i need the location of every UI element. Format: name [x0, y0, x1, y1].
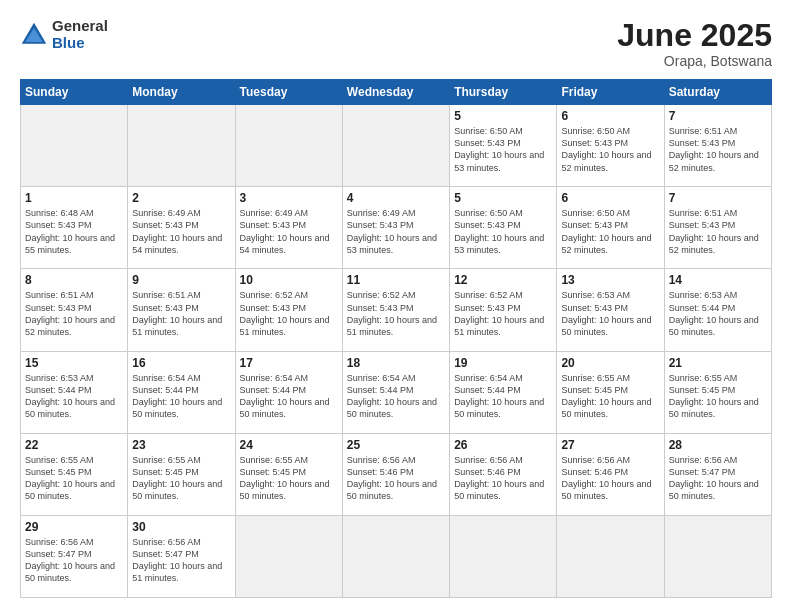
day-number: 20	[561, 356, 659, 370]
day-number: 12	[454, 273, 552, 287]
logo: General Blue	[20, 18, 108, 51]
title-block: June 2025 Orapa, Botswana	[617, 18, 772, 69]
day-number: 10	[240, 273, 338, 287]
day-info: Sunrise: 6:51 AMSunset: 5:43 PMDaylight:…	[132, 289, 230, 338]
empty-day-cell	[664, 515, 771, 597]
day-cell-6: 6 Sunrise: 6:50 AMSunset: 5:43 PMDayligh…	[557, 105, 664, 187]
weekday-header-thursday: Thursday	[450, 80, 557, 105]
day-cell-10: 10 Sunrise: 6:52 AMSunset: 5:43 PMDaylig…	[235, 269, 342, 351]
day-number: 26	[454, 438, 552, 452]
day-info: Sunrise: 6:54 AMSunset: 5:44 PMDaylight:…	[454, 372, 552, 421]
day-info: Sunrise: 6:52 AMSunset: 5:43 PMDaylight:…	[454, 289, 552, 338]
day-info: Sunrise: 6:50 AMSunset: 5:43 PMDaylight:…	[454, 125, 552, 174]
day-info: Sunrise: 6:55 AMSunset: 5:45 PMDaylight:…	[25, 454, 123, 503]
day-cell-20: 20 Sunrise: 6:55 AMSunset: 5:45 PMDaylig…	[557, 351, 664, 433]
weekday-header-saturday: Saturday	[664, 80, 771, 105]
day-number: 18	[347, 356, 445, 370]
day-info: Sunrise: 6:56 AMSunset: 5:47 PMDaylight:…	[25, 536, 123, 585]
day-number: 2	[132, 191, 230, 205]
day-number: 7	[669, 191, 767, 205]
empty-day-cell	[128, 105, 235, 187]
day-cell-28: 28 Sunrise: 6:56 AMSunset: 5:47 PMDaylig…	[664, 433, 771, 515]
day-cell-8: 8 Sunrise: 6:51 AMSunset: 5:43 PMDayligh…	[21, 269, 128, 351]
day-number: 17	[240, 356, 338, 370]
day-cell-22: 22 Sunrise: 6:55 AMSunset: 5:45 PMDaylig…	[21, 433, 128, 515]
day-info: Sunrise: 6:52 AMSunset: 5:43 PMDaylight:…	[347, 289, 445, 338]
day-info: Sunrise: 6:50 AMSunset: 5:43 PMDaylight:…	[561, 207, 659, 256]
day-number: 30	[132, 520, 230, 534]
weekday-header-wednesday: Wednesday	[342, 80, 449, 105]
day-number: 4	[347, 191, 445, 205]
day-number: 25	[347, 438, 445, 452]
day-cell-7: 7 Sunrise: 6:51 AMSunset: 5:43 PMDayligh…	[664, 105, 771, 187]
day-number: 14	[669, 273, 767, 287]
day-info: Sunrise: 6:48 AMSunset: 5:43 PMDaylight:…	[25, 207, 123, 256]
empty-day-cell	[342, 105, 449, 187]
day-info: Sunrise: 6:54 AMSunset: 5:44 PMDaylight:…	[240, 372, 338, 421]
day-cell-9: 9 Sunrise: 6:51 AMSunset: 5:43 PMDayligh…	[128, 269, 235, 351]
day-number: 9	[132, 273, 230, 287]
empty-day-cell	[450, 515, 557, 597]
day-info: Sunrise: 6:50 AMSunset: 5:43 PMDaylight:…	[454, 207, 552, 256]
weekday-header-tuesday: Tuesday	[235, 80, 342, 105]
day-number: 29	[25, 520, 123, 534]
day-number: 22	[25, 438, 123, 452]
day-info: Sunrise: 6:50 AMSunset: 5:43 PMDaylight:…	[561, 125, 659, 174]
day-cell-21: 21 Sunrise: 6:55 AMSunset: 5:45 PMDaylig…	[664, 351, 771, 433]
weekday-header-friday: Friday	[557, 80, 664, 105]
general-blue-icon	[20, 21, 48, 49]
day-cell-5: 5 Sunrise: 6:50 AMSunset: 5:43 PMDayligh…	[450, 105, 557, 187]
day-cell-7: 7 Sunrise: 6:51 AMSunset: 5:43 PMDayligh…	[664, 187, 771, 269]
empty-day-cell	[557, 515, 664, 597]
day-info: Sunrise: 6:55 AMSunset: 5:45 PMDaylight:…	[561, 372, 659, 421]
page: General Blue June 2025 Orapa, Botswana S…	[0, 0, 792, 612]
day-number: 1	[25, 191, 123, 205]
logo-general: General	[52, 18, 108, 35]
day-cell-1: 1 Sunrise: 6:48 AMSunset: 5:43 PMDayligh…	[21, 187, 128, 269]
header: General Blue June 2025 Orapa, Botswana	[20, 18, 772, 69]
calendar-week-4: 22 Sunrise: 6:55 AMSunset: 5:45 PMDaylig…	[21, 433, 772, 515]
calendar-location: Orapa, Botswana	[617, 53, 772, 69]
day-number: 24	[240, 438, 338, 452]
day-number: 7	[669, 109, 767, 123]
calendar-week-3: 15 Sunrise: 6:53 AMSunset: 5:44 PMDaylig…	[21, 351, 772, 433]
day-info: Sunrise: 6:49 AMSunset: 5:43 PMDaylight:…	[240, 207, 338, 256]
day-info: Sunrise: 6:54 AMSunset: 5:44 PMDaylight:…	[132, 372, 230, 421]
weekday-header-sunday: Sunday	[21, 80, 128, 105]
day-cell-6: 6 Sunrise: 6:50 AMSunset: 5:43 PMDayligh…	[557, 187, 664, 269]
day-info: Sunrise: 6:51 AMSunset: 5:43 PMDaylight:…	[669, 207, 767, 256]
day-info: Sunrise: 6:53 AMSunset: 5:43 PMDaylight:…	[561, 289, 659, 338]
day-number: 21	[669, 356, 767, 370]
day-info: Sunrise: 6:55 AMSunset: 5:45 PMDaylight:…	[240, 454, 338, 503]
day-cell-12: 12 Sunrise: 6:52 AMSunset: 5:43 PMDaylig…	[450, 269, 557, 351]
day-number: 15	[25, 356, 123, 370]
day-cell-15: 15 Sunrise: 6:53 AMSunset: 5:44 PMDaylig…	[21, 351, 128, 433]
day-info: Sunrise: 6:56 AMSunset: 5:47 PMDaylight:…	[132, 536, 230, 585]
day-info: Sunrise: 6:56 AMSunset: 5:46 PMDaylight:…	[561, 454, 659, 503]
empty-day-cell	[342, 515, 449, 597]
day-number: 8	[25, 273, 123, 287]
day-info: Sunrise: 6:49 AMSunset: 5:43 PMDaylight:…	[132, 207, 230, 256]
day-info: Sunrise: 6:53 AMSunset: 5:44 PMDaylight:…	[669, 289, 767, 338]
day-number: 13	[561, 273, 659, 287]
day-number: 28	[669, 438, 767, 452]
day-info: Sunrise: 6:51 AMSunset: 5:43 PMDaylight:…	[669, 125, 767, 174]
day-cell-17: 17 Sunrise: 6:54 AMSunset: 5:44 PMDaylig…	[235, 351, 342, 433]
calendar-week-5: 29 Sunrise: 6:56 AMSunset: 5:47 PMDaylig…	[21, 515, 772, 597]
empty-day-cell	[235, 105, 342, 187]
day-info: Sunrise: 6:55 AMSunset: 5:45 PMDaylight:…	[132, 454, 230, 503]
empty-day-cell	[235, 515, 342, 597]
calendar-week-2: 8 Sunrise: 6:51 AMSunset: 5:43 PMDayligh…	[21, 269, 772, 351]
day-cell-30: 30 Sunrise: 6:56 AMSunset: 5:47 PMDaylig…	[128, 515, 235, 597]
day-number: 5	[454, 191, 552, 205]
calendar-title: June 2025	[617, 18, 772, 53]
day-number: 27	[561, 438, 659, 452]
calendar-table: SundayMondayTuesdayWednesdayThursdayFrid…	[20, 79, 772, 598]
day-info: Sunrise: 6:53 AMSunset: 5:44 PMDaylight:…	[25, 372, 123, 421]
day-number: 5	[454, 109, 552, 123]
calendar-header-row: SundayMondayTuesdayWednesdayThursdayFrid…	[21, 80, 772, 105]
day-cell-13: 13 Sunrise: 6:53 AMSunset: 5:43 PMDaylig…	[557, 269, 664, 351]
day-info: Sunrise: 6:56 AMSunset: 5:46 PMDaylight:…	[347, 454, 445, 503]
logo-text: General Blue	[52, 18, 108, 51]
day-cell-24: 24 Sunrise: 6:55 AMSunset: 5:45 PMDaylig…	[235, 433, 342, 515]
